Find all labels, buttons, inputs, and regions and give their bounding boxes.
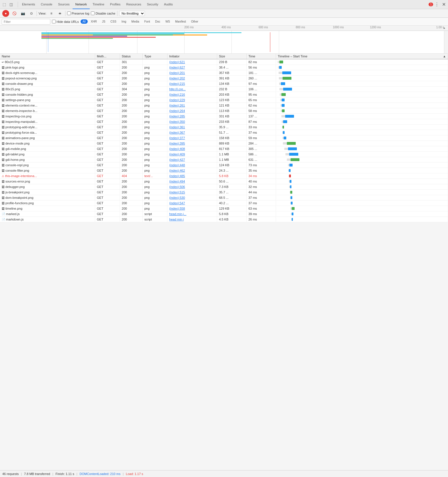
filter-tag-doc[interactable]: Doc xyxy=(153,19,162,24)
table-row[interactable]: ↩ 80x15.png GET 301 (index):621 239 B 82… xyxy=(0,59,448,65)
initiator-link[interactable]: (index):621 xyxy=(169,60,185,64)
table-row[interactable]: 🖼 inspecting-manipulati... GET 200 png (… xyxy=(0,119,448,125)
initiator-link[interactable]: (index):462 xyxy=(169,169,185,172)
filter-tag-js[interactable]: JS xyxy=(100,19,107,24)
initiator-link[interactable]: (index):448 xyxy=(169,163,185,167)
table-row[interactable]: 🖼 timeline.png GET 200 png (index):558 1… xyxy=(0,206,448,211)
tab-security[interactable]: Security xyxy=(144,0,161,9)
filter-tag-img[interactable]: Img xyxy=(119,19,128,24)
table-row[interactable]: 🖼 sources-error.png GET 200 png (index):… xyxy=(0,179,448,184)
initiator-link[interactable]: (index):285 xyxy=(169,115,185,118)
initiator-link[interactable]: (index):229 xyxy=(169,98,185,102)
table-row[interactable]: 🖼 gdi-mobile.png GET 200 png (index):408… xyxy=(0,146,448,152)
initiator-link[interactable]: (index):530 xyxy=(169,196,185,199)
table-row[interactable]: 🖼 inspecting-css.png GET 200 png (index)… xyxy=(0,114,448,119)
initiator-link[interactable]: (index):216 xyxy=(169,93,185,96)
initiator-link[interactable]: (index):408 xyxy=(169,147,185,151)
disable-cache-checkbox[interactable] xyxy=(91,11,95,15)
initiator-link[interactable]: (index):367 xyxy=(169,131,185,134)
table-row[interactable]: 🖼 console-hidden.png GET 200 png (index)… xyxy=(0,92,448,97)
table-row[interactable]: 🖼 settings-pane.png GET 200 png (index):… xyxy=(0,97,448,103)
table-row[interactable]: 🖼 profile-functions.png GET 200 png (ind… xyxy=(0,201,448,206)
initiator-link[interactable]: (index):377 xyxy=(169,136,185,140)
initiator-link[interactable]: (index):202 xyxy=(169,77,185,80)
initiator-link[interactable]: (index):485 xyxy=(169,174,185,178)
initiator-link[interactable]: (index):558 xyxy=(169,207,185,210)
responsive-icon[interactable]: ◫ xyxy=(8,1,14,8)
filter-button[interactable]: ⊙ xyxy=(28,10,35,17)
hide-data-urls-checkbox[interactable] xyxy=(52,20,56,23)
table-row[interactable]: 🖼 elements-inspector-b... GET 200 png (i… xyxy=(0,108,448,114)
table-row[interactable]: 🖼 console-drawer.png GET 200 png (index)… xyxy=(0,81,448,87)
table-row[interactable]: 🖼 prototyping-add-style... GET 200 png (… xyxy=(0,125,448,130)
preserve-log-checkbox[interactable] xyxy=(67,11,71,15)
table-row[interactable]: 🖼 prototyping-force-sta... GET 200 png (… xyxy=(0,130,448,135)
col-header-timeline[interactable]: Timeline – Start Time ▲ xyxy=(276,54,448,59)
initiator-link[interactable]: (index):427 xyxy=(169,158,185,161)
col-header-name[interactable]: Name xyxy=(0,54,95,59)
record-button[interactable]: ● xyxy=(2,10,9,17)
filter-tag-other[interactable]: Other xyxy=(189,19,200,24)
table-row[interactable]: 🖼 elements-context-me... GET 200 png (in… xyxy=(0,103,448,108)
initiator-link[interactable]: (index):627 xyxy=(169,66,185,69)
tab-profiles[interactable]: Profiles xyxy=(107,0,123,9)
initiator-link[interactable]: (index):264 xyxy=(169,109,185,113)
filter-tag-manifest[interactable]: Manifest xyxy=(173,19,188,24)
close-icon[interactable]: ✕ xyxy=(441,1,447,8)
view-list-button[interactable]: ≡ xyxy=(48,10,55,17)
filter-tag-css[interactable]: CSS xyxy=(109,19,119,24)
table-row[interactable]: 🖼 animations-pane.png GET 200 png (index… xyxy=(0,135,448,141)
initiator-link[interactable]: (index):395 xyxy=(169,142,185,145)
initiator-link[interactable]: (index):515 xyxy=(169,191,185,194)
initiator-link[interactable]: (index):409 xyxy=(169,153,185,156)
col-header-initiator[interactable]: Initiator xyxy=(167,54,217,59)
more-menu-icon[interactable]: ⋮ xyxy=(434,1,440,8)
view-waterfall-button[interactable]: ⩨ xyxy=(57,10,63,17)
tab-console[interactable]: Console xyxy=(38,0,55,9)
table-row[interactable]: 📄 marked.js GET 200 script head.min.j...… xyxy=(0,211,448,217)
table-row[interactable]: 🖼 dock-right-screencap... GET 200 png (i… xyxy=(0,70,448,76)
initiator-link[interactable]: (index):215 xyxy=(169,82,185,85)
table-row[interactable]: 🖼 dom-breakpoint.png GET 200 png (index)… xyxy=(0,195,448,201)
initiator-link[interactable]: (index):201 xyxy=(169,71,185,75)
table-row[interactable]: 🖼 pink-logo.png GET 200 png (index):627 … xyxy=(0,65,448,70)
col-header-type[interactable]: Type xyxy=(143,54,167,59)
tab-network[interactable]: Network xyxy=(73,0,90,9)
table-row[interactable]: 🖼 gdi-tablet.png GET 200 png (index):409… xyxy=(0,152,448,157)
initiator-link[interactable]: (index):547 xyxy=(169,201,185,205)
table-row[interactable]: 📄 markdown.js GET 200 script head min i … xyxy=(0,217,448,222)
tab-audits[interactable]: Audits xyxy=(161,0,176,9)
initiator-link[interactable]: (index):494 xyxy=(169,180,185,183)
filter-input[interactable] xyxy=(2,19,50,25)
waterfall-scrollbar[interactable] xyxy=(444,31,448,53)
table-row[interactable]: 🖼 device-mode.png GET 200 png (index):39… xyxy=(0,141,448,146)
initiator-link[interactable]: (index):350 xyxy=(169,120,185,123)
capture-button[interactable]: 📷 xyxy=(19,10,26,17)
tab-elements[interactable]: Elements xyxy=(19,0,38,9)
tab-timeline[interactable]: Timeline xyxy=(90,0,107,9)
filter-tag-all[interactable]: All xyxy=(81,19,88,24)
col-header-method[interactable]: Meth... xyxy=(95,54,120,59)
initiator-link[interactable]: http://i.cre... xyxy=(169,87,185,91)
table-row[interactable]: 🖼 gdi-home.png GET 200 png (index):427 1… xyxy=(0,157,448,163)
table-row[interactable]: ⚠ this-image-intentiona... GET 404 text/… xyxy=(0,173,448,179)
table-row[interactable]: 🖼 80x15.png GET 304 png http://i.cre... … xyxy=(0,87,448,92)
clear-button[interactable]: 🚫 xyxy=(11,10,18,17)
cursor-icon[interactable]: ⬚ xyxy=(1,1,7,8)
filter-tag-xhr[interactable]: XHR xyxy=(89,19,99,24)
col-header-status[interactable]: Status xyxy=(120,54,143,59)
initiator-link[interactable]: head min i xyxy=(169,218,184,221)
table-row[interactable]: 🖼 popout-screencap.png GET 200 png (inde… xyxy=(0,76,448,81)
filter-tag-font[interactable]: Font xyxy=(142,19,152,24)
table-row[interactable]: 🖼 console-repl.png GET 200 png (index):4… xyxy=(0,163,448,168)
col-header-size[interactable]: Size xyxy=(217,54,247,59)
initiator-link[interactable]: head.min.j... xyxy=(169,212,186,216)
table-row[interactable]: 🖼 debugger.png GET 200 png (index):506 7… xyxy=(0,184,448,190)
filter-tag-media[interactable]: Media xyxy=(129,19,141,24)
throttle-select[interactable]: No throttling GPRS Good 3G Regular 4G Wi… xyxy=(119,11,145,16)
initiator-link[interactable]: (index):361 xyxy=(169,125,185,129)
initiator-link[interactable]: (index):506 xyxy=(169,185,185,189)
network-table-wrapper[interactable]: Name Meth... Status Type Initiator Size … xyxy=(0,54,448,468)
tab-resources[interactable]: Resources xyxy=(123,0,144,9)
col-header-time[interactable]: Time xyxy=(247,54,276,59)
